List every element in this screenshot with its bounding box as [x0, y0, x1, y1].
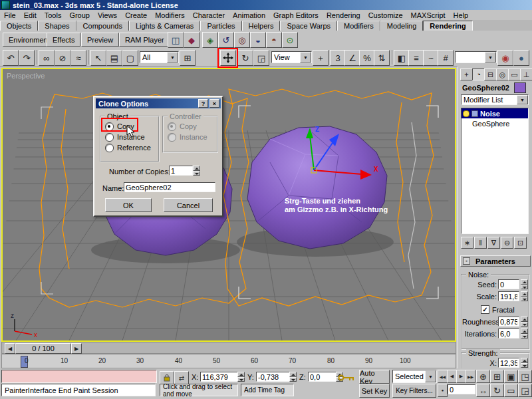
select-and-manipulate-icon[interactable]: + — [313, 50, 329, 66]
modifier-stack[interactable]: Noise GeoSphere — [461, 108, 529, 234]
select-and-rotate-icon[interactable]: ↻ — [237, 50, 253, 66]
menu-tools[interactable]: Tools — [41, 11, 66, 20]
reference-radio-label[interactable]: Reference — [117, 144, 151, 152]
coord-y-field[interactable] — [256, 372, 291, 382]
menu-modifiers[interactable]: Modifiers — [151, 11, 189, 20]
tab-particles[interactable]: Particles — [200, 21, 241, 31]
copy-radio[interactable] — [105, 122, 114, 131]
configure-sets-icon[interactable]: ⊡ — [514, 237, 527, 249]
menu-maxscript[interactable]: MAXScript — [407, 11, 450, 20]
strength-x-field[interactable] — [498, 358, 519, 368]
select-and-link-icon[interactable]: ∞ — [39, 50, 55, 66]
spinner-up-icon[interactable] — [521, 291, 528, 297]
title-bar[interactable]: stein_03.max - 3ds max 5 - Stand-alone L… — [0, 0, 532, 10]
display-tab-icon[interactable]: ▭ — [508, 68, 521, 80]
menu-help[interactable]: Help — [450, 11, 473, 20]
spinner-down-icon[interactable] — [521, 322, 528, 327]
spinner-up-icon[interactable] — [521, 279, 528, 285]
key-selection-dropdown[interactable]: Selected ▼ — [392, 370, 437, 383]
stack-item-label[interactable]: GeoSphere — [472, 120, 509, 128]
align-icon[interactable]: ≡ — [408, 50, 424, 66]
time-slider-handle[interactable]: 0 / 100 — [15, 343, 71, 354]
seed-field[interactable] — [498, 279, 519, 289]
tab-rendering[interactable]: Rendering — [423, 21, 472, 31]
spinner-snap-icon[interactable]: ⇅ — [374, 50, 390, 66]
collapse-icon[interactable]: - — [463, 257, 470, 265]
tab-space-warps[interactable]: Space Warps — [280, 21, 337, 31]
chevron-down-icon[interactable]: ▼ — [485, 52, 496, 63]
select-by-name-icon[interactable]: ▤ — [106, 50, 122, 66]
tab-modifiers[interactable]: Modifiers — [337, 21, 380, 31]
time-slider-track[interactable]: ◀ 0 / 100 ▶ — [1, 342, 456, 354]
show-last-render-icon[interactable]: ◈ — [202, 32, 218, 48]
zoom-icon[interactable]: ⊕ — [476, 370, 490, 383]
macro-recorder-field[interactable] — [1, 370, 157, 383]
scale-spinner[interactable] — [521, 291, 528, 301]
window-crossing-icon[interactable]: ⊞ — [180, 50, 196, 66]
fractal-row[interactable]: ✓ Fractal — [481, 305, 515, 315]
add-time-tag[interactable]: Add Time Tag — [241, 384, 294, 396]
spinner-down-icon[interactable] — [521, 285, 528, 290]
selection-region-icon[interactable]: ▢ — [122, 50, 138, 66]
tab-modeling[interactable]: Modeling — [380, 21, 424, 31]
render-last-icon[interactable]: ◎ — [234, 32, 250, 48]
iterations-field[interactable] — [498, 329, 519, 338]
region-zoom-icon[interactable]: ▭ — [504, 384, 518, 397]
roughness-spinner[interactable] — [521, 317, 528, 327]
spinner-up-icon[interactable] — [289, 372, 297, 377]
parameters-rollout[interactable]: - Parameters — [460, 255, 531, 267]
reference-coordinate-dropdown[interactable]: View ▼ — [271, 51, 312, 63]
hierarchy-tab-icon[interactable]: ⊟ — [484, 68, 497, 80]
snap-toggle-icon[interactable]: 3 — [330, 50, 346, 66]
mirror-icon[interactable]: ◧ — [394, 50, 410, 66]
spinner-down-icon[interactable] — [521, 297, 528, 302]
zoom-extents-icon[interactable]: ▣ — [504, 370, 518, 383]
scale-field[interactable] — [498, 291, 519, 301]
clone-options-dialog[interactable]: Clone Options ? × Object Copy Instance R… — [93, 96, 223, 217]
slider-right-icon[interactable]: ▶ — [71, 343, 82, 354]
coord-y-spinner[interactable] — [289, 372, 297, 382]
object-color-swatch[interactable] — [514, 82, 526, 93]
video-post-icon[interactable]: ◆ — [184, 32, 200, 48]
unlink-selection-icon[interactable]: ⊘ — [55, 50, 70, 66]
viewport-canvas[interactable]: Z X z x — [3, 69, 455, 340]
spinner-up-icon[interactable] — [521, 329, 528, 334]
menu-views[interactable]: Views — [94, 11, 121, 20]
iterations-spinner[interactable] — [521, 329, 528, 338]
render-presets-icon[interactable]: ◫ — [168, 32, 184, 48]
selection-filter-dropdown[interactable]: All ▼ — [140, 51, 179, 63]
coord-x-field[interactable] — [200, 372, 239, 382]
select-object-icon[interactable]: ↖ — [90, 50, 106, 66]
auto-key-button[interactable]: Auto Key — [359, 370, 390, 384]
previous-frame-icon[interactable]: ◀ — [447, 370, 457, 383]
ram-player-button[interactable]: RAM Player — [119, 33, 170, 47]
tab-shapes[interactable]: Shapes — [38, 21, 76, 31]
spinner-up-icon[interactable] — [193, 166, 200, 171]
chevron-down-icon[interactable]: ▼ — [167, 52, 178, 63]
help-icon[interactable]: ? — [198, 99, 208, 108]
go-to-end-icon[interactable]: ▶▶ — [466, 370, 475, 383]
lightbulb-icon[interactable] — [463, 110, 469, 117]
stack-item-noise[interactable]: Noise — [462, 108, 528, 118]
instance-radio[interactable] — [105, 133, 114, 142]
redo-icon[interactable]: ↷ — [19, 50, 35, 66]
create-tab-icon[interactable]: + — [460, 68, 473, 80]
pan-icon[interactable]: ↔ — [476, 384, 490, 397]
stack-item-geosphere[interactable]: GeoSphere — [462, 118, 528, 128]
stack-item-label[interactable]: Noise — [480, 110, 500, 118]
material-editor-icon[interactable]: ◉ — [497, 50, 513, 66]
curve-editor-icon[interactable]: ~ — [423, 50, 439, 66]
render-scene-shelf-icon[interactable]: ↺ — [218, 32, 234, 48]
dialog-title-bar[interactable]: Clone Options ? × — [96, 98, 221, 108]
modifier-list-dropdown[interactable]: Modifier List ▼ — [461, 94, 529, 105]
coord-x-spinner[interactable] — [237, 372, 245, 382]
spinner-down-icon[interactable] — [521, 363, 528, 368]
viewport-label[interactable]: Perspective — [7, 72, 45, 80]
show-end-result-icon[interactable]: ‖ — [474, 237, 487, 249]
undo-icon[interactable]: ↶ — [3, 50, 19, 66]
go-to-start-icon[interactable]: ◀◀ — [438, 370, 448, 383]
modify-tab-icon[interactable]: ◔ — [472, 68, 485, 80]
seed-spinner[interactable] — [521, 279, 528, 289]
name-field[interactable] — [124, 182, 215, 192]
motion-tab-icon[interactable]: ◎ — [496, 68, 509, 80]
